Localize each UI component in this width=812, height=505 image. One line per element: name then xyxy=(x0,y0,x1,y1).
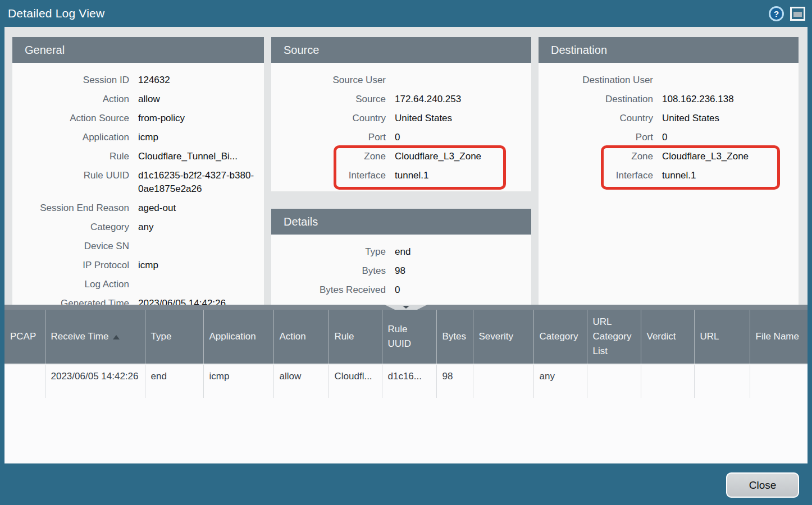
log-table-column-header[interactable]: Category xyxy=(533,310,587,364)
log-table-cell xyxy=(587,364,641,398)
log-table-column-header[interactable]: Bytes xyxy=(436,310,473,364)
field-row: Device SN xyxy=(12,237,264,256)
field-label: Port xyxy=(271,131,386,144)
field-row: Category any xyxy=(12,218,264,237)
field-row: Destination 108.162.236.138 xyxy=(539,90,799,109)
field-label: IP Protocol xyxy=(12,259,129,272)
field-label: Zone xyxy=(271,150,386,163)
general-panel-body: Session ID 124632 Action allow Action So… xyxy=(12,63,264,305)
column-header-label: URL xyxy=(700,331,719,342)
field-label: Zone xyxy=(539,150,653,163)
log-table-row[interactable]: 2023/06/05 14:42:26 end icmp allow Cloud… xyxy=(4,364,808,398)
field-label: Country xyxy=(539,112,653,125)
sort-asc-icon xyxy=(113,335,120,339)
log-table-column-header[interactable]: Action xyxy=(273,310,329,364)
field-label: Port xyxy=(539,131,653,144)
field-label: Generated Time xyxy=(12,297,129,305)
panel-table-splitter xyxy=(4,305,808,310)
log-table-cell: icmp xyxy=(203,364,273,398)
field-value xyxy=(138,240,258,253)
log-table-cell xyxy=(750,364,808,398)
field-value: icmp xyxy=(138,131,258,144)
field-value: United States xyxy=(395,112,526,125)
column-header-label: File Name xyxy=(756,331,799,342)
field-value: 0 xyxy=(662,131,793,144)
field-value: Cloudflare_L3_Zone xyxy=(395,150,526,163)
log-table-column-header[interactable]: Application xyxy=(203,310,273,364)
field-value: d1c16235-b2f2-4327-b380-0ae1875e2a26 xyxy=(138,169,258,196)
field-value: 98 xyxy=(395,264,526,278)
dialog-titlebar: Detailed Log View ? xyxy=(0,0,812,27)
log-table-column-header[interactable]: Verdict xyxy=(641,310,694,364)
field-value xyxy=(395,74,526,87)
help-icon[interactable]: ? xyxy=(769,6,784,21)
log-table-cell xyxy=(694,364,750,398)
field-value: United States xyxy=(662,112,793,125)
log-table-column-header[interactable]: Receive Time xyxy=(45,310,145,364)
field-row: Type end xyxy=(271,242,531,261)
log-table-column-header[interactable]: Severity xyxy=(473,310,533,364)
column-header-label: Action xyxy=(280,331,306,342)
dialog-title: Detailed Log View xyxy=(8,0,104,27)
collapse-down-icon xyxy=(403,306,409,309)
log-table-cell: Cloudfl... xyxy=(329,364,382,398)
field-row: Action allow xyxy=(12,90,264,109)
field-value: aged-out xyxy=(138,201,258,215)
field-label: Source User xyxy=(271,74,386,87)
field-row: Source User xyxy=(271,71,531,90)
column-header-label: Type xyxy=(151,331,172,342)
source-panel-body: Source User Source 172.64.240.253 Countr… xyxy=(271,63,531,191)
restore-window-icon[interactable] xyxy=(790,7,805,21)
field-value: 108.162.236.138 xyxy=(662,93,793,106)
log-table-cell: allow xyxy=(273,364,329,398)
field-label: Rule xyxy=(12,150,129,163)
field-label: Application xyxy=(12,131,129,144)
field-row: Rule Cloudflare_Tunnel_Bi... xyxy=(12,147,264,166)
log-table-cell: any xyxy=(533,364,587,398)
field-value: 124632 xyxy=(138,74,258,87)
field-label: Session End Reason xyxy=(12,201,129,215)
dialog-footer: Close xyxy=(0,463,812,505)
dialog-content: General Session ID 124632 Action allow A… xyxy=(4,27,808,463)
field-value: Cloudflare_Tunnel_Bi... xyxy=(138,150,258,163)
source-panel-title: Source xyxy=(271,37,531,63)
field-label: Bytes xyxy=(271,264,386,278)
field-label: Category xyxy=(12,221,129,234)
field-row: Source 172.64.240.253 xyxy=(271,90,531,109)
column-header-label: PCAP xyxy=(10,331,36,342)
field-value: Cloudflare_L3_Zone xyxy=(662,150,793,163)
field-value: 172.64.240.253 xyxy=(395,93,526,106)
field-row: Bytes Received 0 xyxy=(271,281,531,300)
field-value: icmp xyxy=(138,259,258,272)
field-row: Generated Time 2023/06/05 14:42:26 xyxy=(12,294,264,305)
field-label: Action xyxy=(12,93,129,106)
log-table-section: PCAP Receive Time Type Application Actio… xyxy=(4,305,808,463)
field-row: IP Protocol icmp xyxy=(12,256,264,275)
details-panel: Details Type end Bytes 98 Bytes Received… xyxy=(271,209,531,305)
log-table-column-header[interactable]: Rule xyxy=(329,310,382,364)
field-row: Port 0 xyxy=(539,128,799,147)
field-row: Rule UUID d1c16235-b2f2-4327-b380-0ae187… xyxy=(12,166,264,199)
destination-panel-title: Destination xyxy=(539,37,799,63)
log-table-column-header[interactable]: PCAP xyxy=(4,310,45,364)
field-label: Action Source xyxy=(12,112,129,125)
destination-panel-body: Destination User Destination 108.162.236… xyxy=(539,63,799,305)
field-row: Port 0 xyxy=(271,128,531,147)
log-table-column-header[interactable]: File Name xyxy=(750,310,808,364)
splitter-drag-handle[interactable] xyxy=(385,305,427,310)
column-header-label: Severity xyxy=(479,331,513,342)
log-table-cell: d1c16... xyxy=(382,364,436,398)
log-table-column-header[interactable]: Type xyxy=(145,310,203,364)
field-label: Destination User xyxy=(539,74,653,87)
log-table-column-header[interactable]: URL xyxy=(694,310,750,364)
field-value: any xyxy=(138,221,258,234)
log-table-column-header[interactable]: URL Category List xyxy=(587,310,641,364)
field-value: 0 xyxy=(395,131,526,144)
field-value xyxy=(138,278,258,291)
field-value: end xyxy=(395,245,526,259)
field-row: Country United States xyxy=(271,109,531,128)
details-panel-title: Details xyxy=(271,209,531,235)
close-button[interactable]: Close xyxy=(726,472,799,498)
field-value: from-policy xyxy=(138,112,258,125)
log-table-column-header[interactable]: Rule UUID xyxy=(382,310,436,364)
